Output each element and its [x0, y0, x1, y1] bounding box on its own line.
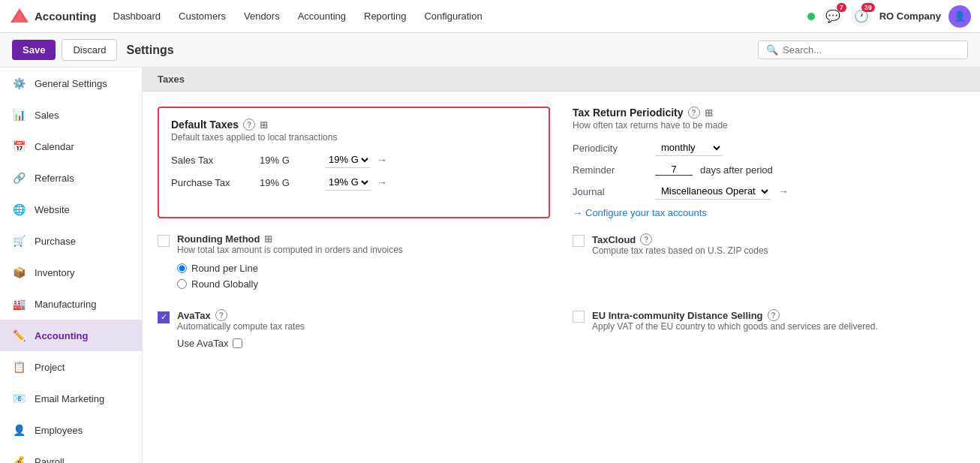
tax-return-subtitle: How often tax returns have to be made [573, 120, 965, 131]
nav-reporting[interactable]: Reporting [356, 8, 413, 25]
sales-tax-select[interactable]: 19% G [326, 152, 371, 168]
avatax-row: ✓ AvaTax ? Automatically compute tax rat… [158, 309, 965, 349]
sidebar-item-referrals[interactable]: 🔗 Referrals [0, 162, 142, 194]
discard-button[interactable]: Discard [62, 39, 117, 61]
taxcloud-help-icon[interactable]: ? [640, 233, 652, 245]
sidebar-item-purchase[interactable]: 🛒 Purchase [0, 225, 142, 257]
avatax-checkbox[interactable]: ✓ [158, 311, 170, 323]
sidebar-item-project[interactable]: 📋 Project [0, 351, 142, 383]
default-taxes-grid-icon[interactable]: ⊞ [260, 119, 268, 131]
sidebar-item-email-marketing[interactable]: 📧 Email Marketing [0, 383, 142, 414]
app-logo-icon [9, 6, 30, 27]
tax-return-title-text: Tax Return Periodicity [573, 107, 684, 119]
rounding-title: Rounding Method ⊞ [177, 233, 403, 245]
configure-link-text[interactable]: Configure your tax accounts [585, 207, 707, 218]
email-marketing-icon: 📧 [11, 390, 27, 407]
tax-return-title: Tax Return Periodicity ? ⊞ [573, 107, 965, 119]
activities-count: 39 [861, 3, 875, 12]
default-taxes-title-text: Default Taxes [171, 119, 239, 131]
round-per-line-radio[interactable] [177, 263, 187, 273]
round-globally-row: Round Globally [177, 278, 403, 290]
purchase-tax-value: 19% G [260, 177, 320, 188]
tax-return-grid-icon[interactable]: ⊞ [705, 107, 713, 119]
nav-accounting[interactable]: Accounting [290, 8, 353, 25]
reminder-input[interactable] [655, 164, 693, 176]
sidebar-item-general-settings[interactable]: ⚙️ General Settings [0, 68, 142, 99]
eu-intra-checkbox[interactable] [573, 311, 585, 323]
sidebar-item-website[interactable]: 🌐 Website [0, 194, 142, 225]
employees-icon: 👤 [11, 422, 27, 438]
eu-intra-title: EU Intra-community Distance Selling ? [592, 309, 878, 321]
default-taxes-help-icon[interactable]: ? [243, 119, 255, 131]
sidebar-item-sales[interactable]: 📊 Sales [0, 99, 142, 131]
purchase-tax-select[interactable]: 19% G [326, 174, 371, 191]
rounding-subtitle: How total tax amount is computed in orde… [177, 245, 403, 255]
main-layout: ⚙️ General Settings 📊 Sales 📅 Calendar 🔗… [0, 68, 980, 463]
round-per-line-row: Round per Line [177, 263, 403, 274]
sidebar-item-calendar[interactable]: 📅 Calendar [0, 131, 142, 162]
avatax-subtitle: Automatically compute tax rates [177, 321, 305, 332]
avatax-help-icon[interactable]: ? [215, 309, 227, 321]
sidebar-label-project: Project [35, 362, 65, 373]
nav-customers[interactable]: Customers [171, 8, 233, 25]
taxcloud-title: TaxCloud ? [592, 233, 768, 245]
search-input[interactable] [783, 44, 960, 56]
sidebar-label-referrals: Referrals [35, 173, 74, 184]
journal-arrow[interactable]: → [778, 185, 789, 197]
app-logo[interactable]: Accounting [9, 6, 97, 27]
sales-icon: 📊 [11, 107, 27, 123]
app-name: Accounting [35, 10, 97, 23]
journal-label: Journal [573, 186, 648, 197]
round-globally-radio[interactable] [177, 279, 187, 289]
rounding-checkbox[interactable] [158, 235, 170, 247]
purchase-tax-arrow[interactable]: → [377, 176, 387, 188]
search-icon: 🔍 [766, 44, 778, 56]
sidebar-label-email-marketing: Email Marketing [35, 393, 104, 404]
messages-count: 7 [837, 3, 846, 12]
sales-tax-row: Sales Tax 19% G 19% G → [171, 152, 537, 168]
section-header-taxes: Taxes [143, 68, 980, 92]
configure-tax-link[interactable]: → Configure your tax accounts [573, 207, 965, 218]
nav-vendors[interactable]: Vendors [236, 8, 287, 25]
configure-arrow-icon: → [573, 207, 582, 218]
sidebar-item-payroll[interactable]: 💰 Payroll [0, 446, 142, 463]
sidebar-label-sales: Sales [35, 110, 59, 121]
sidebar-label-purchase: Purchase [35, 236, 76, 247]
tax-return-help-icon[interactable]: ? [688, 107, 700, 119]
sales-tax-arrow[interactable]: → [377, 154, 387, 166]
rounding-box: Rounding Method ⊞ How total tax amount i… [158, 233, 550, 294]
journal-select[interactable]: Miscellaneous Operat [655, 183, 771, 200]
sidebar-item-accounting[interactable]: ✏️ Accounting [0, 320, 142, 351]
company-name: RO Company [879, 11, 941, 22]
nav-dashboard[interactable]: Dashboard [106, 8, 169, 25]
user-avatar[interactable]: 👤 [948, 5, 971, 28]
default-taxes-title: Default Taxes ? ⊞ [171, 119, 537, 131]
calendar-icon: 📅 [11, 138, 27, 155]
eu-intra-title-text: EU Intra-community Distance Selling [592, 310, 763, 321]
taxcloud-checkbox[interactable] [573, 235, 585, 247]
periodicity-select[interactable]: monthly quarterly annually [655, 140, 723, 156]
sales-tax-label: Sales Tax [171, 155, 254, 166]
sales-tax-value: 19% G [260, 155, 320, 166]
use-avatax-checkbox[interactable] [233, 338, 242, 348]
taxcloud-title-text: TaxCloud [592, 234, 636, 245]
reminder-row: Reminder days after period [573, 164, 965, 176]
rounding-grid-icon[interactable]: ⊞ [264, 233, 272, 245]
search-box[interactable]: 🔍 [758, 41, 968, 59]
sidebar-item-employees[interactable]: 👤 Employees [0, 414, 142, 446]
nav-configuration[interactable]: Configuration [416, 8, 489, 25]
default-taxes-subtitle: Default taxes applied to local transacti… [171, 132, 537, 143]
sidebar-item-inventory[interactable]: 📦 Inventory [0, 257, 142, 288]
use-avatax-row: Use AvaTax [177, 338, 305, 349]
sidebar-item-manufacturing[interactable]: 🏭 Manufacturing [0, 288, 142, 320]
save-button[interactable]: Save [12, 40, 56, 60]
eu-intra-help-icon[interactable]: ? [768, 309, 780, 321]
messages-button[interactable]: 💬7 [822, 6, 843, 27]
activities-button[interactable]: 🕐39 [851, 6, 872, 27]
purchase-tax-row: Purchase Tax 19% G 19% G → [171, 174, 537, 191]
sidebar-label-general-settings: General Settings [35, 78, 107, 89]
reminder-label: Reminder [573, 164, 648, 176]
round-per-line-label: Round per Line [191, 263, 258, 274]
sidebar: ⚙️ General Settings 📊 Sales 📅 Calendar 🔗… [0, 68, 143, 463]
purchase-tax-label: Purchase Tax [171, 177, 254, 188]
